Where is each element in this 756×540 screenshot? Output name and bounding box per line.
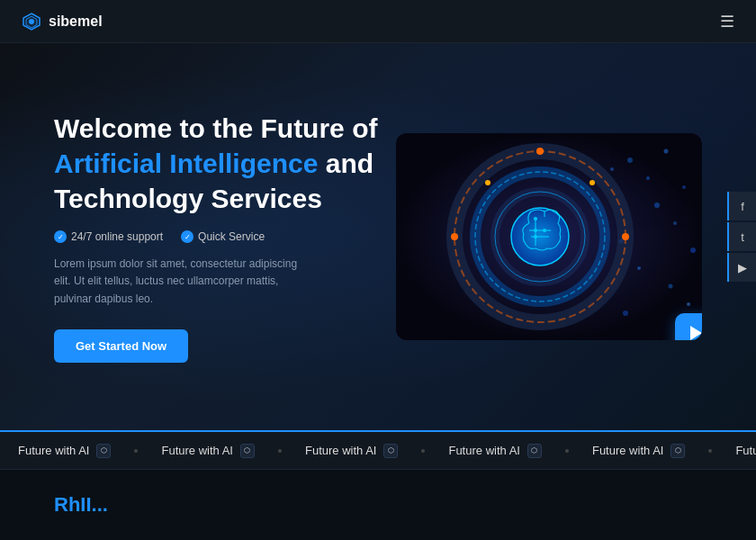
ticker-item: Future with AI ⬡: [430, 444, 559, 458]
ticker-icon: ⬡: [527, 444, 542, 458]
badge-support: ✓ 24/7 online support: [54, 230, 163, 243]
svg-point-6: [664, 149, 669, 154]
ticker-item: Future with AI ⬡: [287, 444, 416, 458]
ai-circuit-svg: [396, 133, 702, 340]
ticker-label: Future with AI: [161, 444, 232, 457]
twitter-icon: t: [741, 230, 744, 244]
svg-point-15: [610, 167, 614, 171]
hamburger-menu-button[interactable]: ☰: [720, 12, 734, 32]
svg-point-13: [687, 302, 690, 306]
bottom-section: RhII...: [0, 470, 756, 540]
facebook-icon: f: [741, 200, 744, 213]
ticker-icon: ⬡: [670, 444, 685, 458]
check-icon-1: ✓: [54, 230, 67, 243]
brand-icon: [22, 12, 41, 32]
twitter-button[interactable]: t: [727, 222, 756, 251]
ticker-icon: ⬡: [383, 444, 398, 458]
hero-badges: ✓ 24/7 online support ✓ Quick Service: [54, 230, 378, 243]
svg-point-33: [622, 233, 629, 240]
ticker-item: Future with AI ⬡: [0, 444, 129, 458]
svg-point-7: [682, 185, 686, 189]
social-sidebar: f t ▶: [727, 192, 756, 282]
svg-point-14: [623, 310, 628, 316]
svg-point-5: [646, 176, 650, 180]
ticker-item: Future with AI ⬡: [717, 444, 756, 458]
ai-visual: [396, 133, 702, 340]
hero-title-highlight: Artificial Intelligence: [54, 148, 318, 178]
brand-logo[interactable]: sibemel: [22, 12, 103, 32]
svg-point-2: [29, 19, 34, 24]
ticker-icon: ⬡: [96, 444, 111, 458]
ticker-label: Future with AI: [735, 444, 756, 457]
svg-point-38: [511, 208, 569, 266]
hero-content: Welcome to the Future of Artificial Inte…: [54, 111, 378, 363]
hero-image-area: [378, 133, 702, 340]
hero-image-frame: [396, 133, 702, 340]
badge-support-label: 24/7 online support: [71, 230, 163, 243]
facebook-button[interactable]: f: [727, 192, 756, 220]
badge-service-label: Quick Service: [198, 230, 265, 243]
navbar: sibemel ☰: [0, 0, 756, 43]
ticker-inner: Future with AI ⬡ Future with AI ⬡ Future…: [0, 444, 756, 458]
svg-point-9: [673, 221, 677, 225]
get-started-button[interactable]: Get Started Now: [54, 329, 188, 363]
play-button[interactable]: [675, 313, 702, 340]
hero-title: Welcome to the Future of Artificial Inte…: [54, 111, 378, 216]
hero-section: f t ▶ Welcome to the Future of Artificia…: [0, 43, 756, 430]
svg-point-35: [536, 148, 544, 155]
ticker-label: Future with AI: [448, 444, 519, 457]
svg-point-12: [669, 284, 673, 289]
ticker-item: Future with AI ⬡: [574, 444, 703, 458]
hero-description: Lorem ipsum dolor sit amet, consectetur …: [54, 256, 306, 308]
youtube-icon: ▶: [738, 261, 747, 274]
brand-name: sibemel: [49, 14, 103, 30]
ticker-label: Future with AI: [305, 444, 376, 457]
check-icon-2: ✓: [181, 230, 194, 243]
ticker-separator: [421, 449, 425, 453]
ticker-separator: [134, 449, 138, 453]
svg-point-10: [690, 248, 696, 253]
svg-point-34: [451, 233, 458, 240]
ticker-separator: [565, 449, 569, 453]
svg-point-37: [485, 180, 490, 185]
ticker-label: Future with AI: [592, 444, 663, 457]
ticker-icon: ⬡: [240, 444, 255, 458]
ticker-item: Future with AI ⬡: [143, 444, 272, 458]
ticker-strip: Future with AI ⬡ Future with AI ⬡ Future…: [0, 430, 756, 470]
ticker-separator: [708, 449, 712, 453]
hero-title-part1: Welcome to the Future of: [54, 113, 377, 143]
youtube-button[interactable]: ▶: [727, 253, 756, 282]
ticker-separator: [278, 449, 282, 453]
svg-point-8: [654, 202, 660, 208]
svg-point-4: [627, 158, 633, 163]
svg-point-11: [637, 266, 641, 270]
ticker-label: Future with AI: [18, 444, 89, 457]
svg-point-36: [590, 180, 595, 185]
badge-service: ✓ Quick Service: [181, 230, 265, 243]
bottom-title: RhII...: [54, 493, 108, 517]
